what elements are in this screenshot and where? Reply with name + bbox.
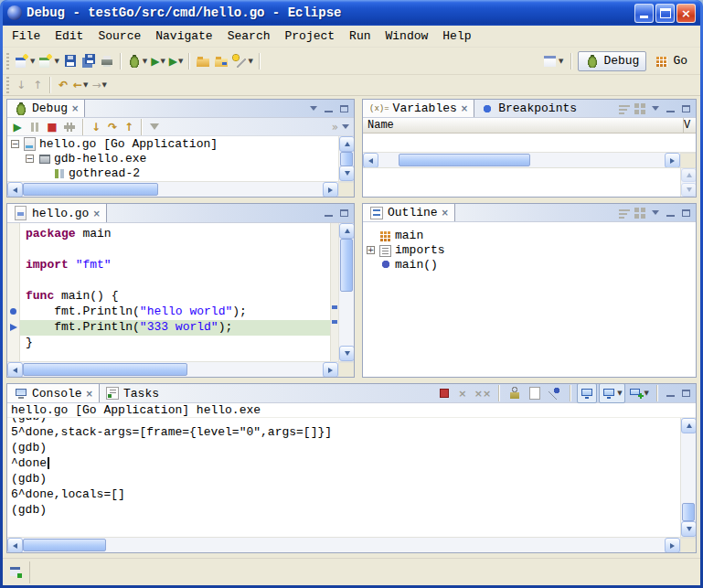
open-console-button[interactable]: ▼ — [627, 383, 651, 403]
variables-horizontal-scrollbar[interactable] — [363, 152, 696, 167]
close-icon[interactable]: × — [92, 208, 100, 219]
menu-run[interactable]: Run — [342, 27, 378, 45]
tab-outline[interactable]: Outline × — [363, 204, 455, 221]
scroll-up-icon[interactable] — [681, 418, 697, 433]
print-button[interactable] — [98, 51, 116, 71]
scroll-down-icon[interactable] — [681, 521, 697, 537]
chevron-down-icon[interactable]: ▼ — [160, 58, 165, 65]
chevron-down-icon[interactable]: ▼ — [30, 58, 35, 65]
clear-console-button[interactable] — [526, 383, 544, 403]
scrollbar-thumb[interactable] — [340, 152, 353, 166]
back-button[interactable]: ←▼ — [71, 75, 90, 95]
code-area[interactable]: package main import "fmt" func main() { … — [20, 223, 330, 361]
remove-launch-button[interactable]: × — [454, 383, 471, 403]
last-edit-location-button[interactable]: ↶ — [55, 75, 71, 95]
scroll-left-icon[interactable] — [7, 182, 23, 198]
toolbar-grip[interactable] — [6, 53, 9, 69]
scroll-right-icon[interactable] — [665, 538, 680, 553]
annotation-tick[interactable] — [332, 305, 337, 309]
maximize-view-icon[interactable] — [337, 207, 351, 220]
editor-ruler[interactable] — [7, 223, 20, 361]
debug-vertical-scrollbar[interactable] — [338, 136, 354, 181]
scrollbar-thumb[interactable] — [682, 503, 695, 521]
view-menu-icon[interactable] — [338, 120, 352, 134]
scroll-down-icon[interactable] — [339, 346, 355, 361]
scrollbar-thumb[interactable] — [23, 183, 158, 196]
minimize-view-icon[interactable] — [322, 207, 336, 220]
terminate-button[interactable] — [436, 383, 453, 403]
step-over-button[interactable]: ↷ — [104, 119, 121, 135]
menu-window[interactable]: Window — [378, 27, 436, 45]
scroll-down-icon[interactable] — [339, 166, 354, 181]
minimize-button[interactable] — [634, 4, 654, 23]
close-icon[interactable]: × — [71, 103, 79, 113]
close-icon[interactable]: × — [442, 208, 449, 218]
scroll-lock-button[interactable] — [506, 383, 524, 403]
tab-hello-go[interactable]: hello.go × — [7, 204, 107, 222]
tab-breakpoints[interactable]: Breakpoints — [474, 100, 582, 117]
menu-source[interactable]: Source — [91, 27, 148, 45]
scroll-up-icon[interactable] — [339, 223, 355, 239]
minimize-view-icon[interactable] — [664, 206, 677, 219]
menu-help[interactable]: Help — [435, 27, 478, 45]
open-perspective-button[interactable]: ▼ — [541, 51, 565, 71]
tree-row[interactable]: − hello.go [Go Application] — [7, 136, 338, 151]
overview-ruler[interactable] — [330, 223, 338, 361]
perspective-go-button[interactable]: Go — [648, 52, 694, 70]
editor-horizontal-scrollbar[interactable] — [7, 361, 354, 377]
minimize-view-icon[interactable] — [664, 387, 677, 401]
menu-file[interactable]: File — [5, 27, 48, 45]
perspective-debug-button[interactable]: Debug — [578, 51, 646, 71]
collapse-icon[interactable]: − — [11, 140, 19, 148]
toolbar-grip[interactable] — [6, 77, 9, 93]
scroll-left-icon[interactable] — [363, 153, 378, 168]
pin-console-button[interactable] — [546, 383, 564, 403]
chevron-down-icon[interactable]: ▼ — [102, 81, 107, 89]
display-selected-console-button[interactable] — [577, 383, 597, 403]
new-go-element-button[interactable]: ▼ — [37, 51, 60, 71]
search-button[interactable]: ▼ — [230, 51, 254, 71]
show-type-names-icon[interactable] — [617, 102, 631, 115]
tab-variables[interactable]: (x)= Variables × — [363, 100, 474, 117]
column-name[interactable]: Name — [363, 118, 684, 133]
detail-vertical-scrollbar[interactable] — [680, 168, 696, 197]
menu-project[interactable]: Project — [277, 27, 342, 45]
console-output[interactable]: (gdb) 5^done,stack-args=[frame={level="0… — [7, 418, 680, 537]
view-menu-icon[interactable] — [648, 206, 662, 219]
scroll-left-icon[interactable] — [7, 538, 23, 553]
step-into-button[interactable]: ↓ — [88, 119, 104, 135]
maximize-view-icon[interactable] — [679, 102, 693, 115]
chevron-down-icon[interactable]: ▼ — [559, 58, 563, 65]
scrollbar-thumb[interactable] — [23, 363, 187, 376]
maximize-view-icon[interactable] — [679, 387, 693, 401]
console-horizontal-scrollbar[interactable] — [7, 537, 696, 552]
scrollbar-thumb[interactable] — [23, 539, 106, 551]
scroll-right-icon[interactable] — [665, 153, 680, 168]
menu-navigate[interactable]: Navigate — [148, 27, 219, 45]
step-filters-button[interactable] — [146, 119, 163, 135]
filter-icon[interactable] — [633, 206, 646, 219]
menu-search[interactable]: Search — [220, 27, 278, 45]
terminate-button[interactable]: ■ — [44, 119, 60, 135]
menu-edit[interactable]: Edit — [48, 27, 91, 45]
fast-view-icon[interactable] — [9, 565, 24, 580]
tab-debug[interactable]: Debug × — [7, 100, 85, 117]
titlebar[interactable]: Debug - testGo/src/cmd/hello.go - Eclips… — [3, 0, 700, 26]
chevron-down-icon[interactable]: ▼ — [83, 81, 88, 89]
resume-button[interactable]: ▶ — [9, 119, 26, 135]
tree-row[interactable]: − gdb-hello.exe — [7, 151, 338, 166]
chevron-down-icon[interactable]: ▼ — [54, 58, 59, 65]
tree-row[interactable]: + imports — [363, 242, 696, 257]
editor-vertical-scrollbar[interactable] — [338, 223, 354, 361]
scrollbar-thumb[interactable] — [340, 239, 353, 292]
toolbar-overflow-icon[interactable]: » — [332, 122, 338, 133]
chevron-down-icon[interactable]: ▼ — [143, 58, 147, 65]
collapse-all-icon[interactable] — [633, 102, 646, 115]
detail-text[interactable] — [363, 168, 680, 197]
minimize-view-icon[interactable] — [322, 102, 336, 115]
view-menu-icon[interactable] — [306, 102, 320, 115]
annotation-tick[interactable] — [332, 320, 337, 324]
chevron-down-icon[interactable]: ▼ — [644, 390, 649, 397]
collapse-icon[interactable]: − — [26, 155, 34, 163]
chevron-down-icon[interactable]: ▼ — [248, 58, 252, 65]
